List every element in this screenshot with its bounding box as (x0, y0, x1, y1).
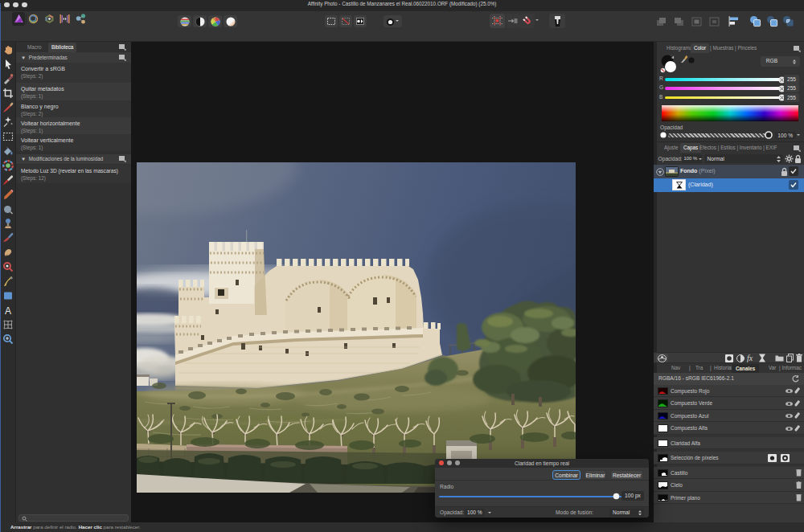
svg-text:fx: fx (747, 354, 753, 362)
svg-text:A: A (5, 305, 11, 317)
